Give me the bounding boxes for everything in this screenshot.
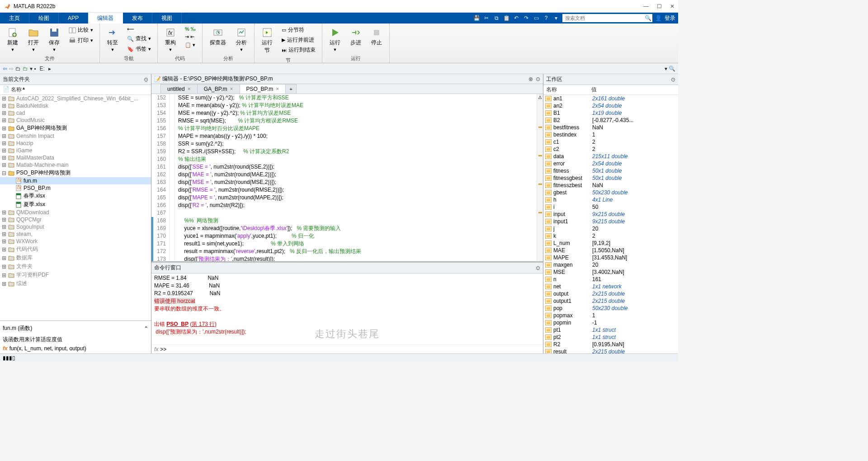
file-tree-item[interactable]: ⊞SogouInput [0,223,151,230]
workspace-var[interactable]: pop50x230 double [543,305,678,312]
tab-close-icon[interactable]: × [230,86,233,92]
workspace-var[interactable]: h4x1 Line [543,196,678,203]
file-tree-item[interactable]: ⊞文件夹 [0,262,151,271]
file-tree-item[interactable]: ⊞GA_BP神经网络预测 [0,124,151,132]
split-button[interactable]: ▭ 分节符 [280,25,317,35]
file-tree-item[interactable]: ⊞cad [0,109,151,117]
file-tree-item[interactable]: ⊞WXWork [0,238,151,245]
login-link[interactable]: 登录 [665,14,675,22]
workspace-var[interactable]: output2x215 double [543,290,678,297]
code-editor[interactable]: 1521531541551561571581591601611621631641… [151,94,543,261]
cmd-menu-icon[interactable]: ⊙ [536,265,540,271]
file-tree-item[interactable]: ⊞QQPCMgr [0,216,151,223]
code-pct-button[interactable]: % ‰ [183,25,198,33]
workspace-var[interactable]: popmax1 [543,312,678,319]
maximize-button[interactable]: ☐ [657,3,662,9]
run-section-button[interactable]: 运行 节 [259,25,275,56]
workspace-var[interactable]: MAE[1.5050,NaN] [543,247,678,254]
menu-tab-1[interactable]: 绘图 [29,13,59,24]
up-icon[interactable]: 🗀 [15,66,21,72]
workspace-var[interactable]: net1x1 network [543,283,678,290]
file-tree-item[interactable]: ⊞steam, [0,230,151,238]
command-window[interactable]: 走过街头巷尾 RMSE = 1.84 NaNMAPE = 31.46 NaNR2… [151,273,543,344]
details-collapse-icon[interactable]: ⌃ [144,325,148,332]
editor-tab[interactable]: untitled× [160,84,198,94]
workspace-var[interactable]: pt11x1 struct [543,326,678,334]
copy-icon[interactable]: ⧉ [493,14,500,22]
menu-tab-2[interactable]: APP [59,13,88,24]
menu-tab-4[interactable]: 发布 [123,13,152,24]
bookmark-button[interactable]: 🔖书签 ▾ [125,44,153,54]
workspace-var[interactable]: gbest50x230 double [543,189,678,196]
menu-tab-5[interactable]: 视图 [152,13,182,24]
editor-tab[interactable]: GA_BP.m× [197,84,240,94]
editor-menu-icon[interactable]: ⊙ [536,76,540,82]
indent-auto-button[interactable]: 📋 ▾ [183,41,198,49]
workspace-var[interactable]: error2x54 double [543,160,678,167]
workspace-var[interactable]: output12x215 double [543,297,678,305]
path-dropdown-icon[interactable]: ▾ 🔍 [665,66,675,72]
workspace-var[interactable]: data215x11 double [543,153,678,160]
workspace-var[interactable]: maxgen20 [543,261,678,268]
analyzer-button[interactable]: 探查器 [207,25,229,54]
file-tree-item[interactable]: ⊞Haozip [0,140,151,147]
warn-marker[interactable] [538,155,542,156]
ws-col-name[interactable]: 名称 [546,86,591,94]
save-button[interactable]: 保存▼ [46,25,62,54]
file-tree-item[interactable]: fxPSO_BP.m [0,184,151,192]
workspace-var[interactable]: MSE[3.4002,NaN] [543,268,678,276]
paste-icon[interactable]: 📋 [503,14,510,22]
workspace-var[interactable]: pt21x1 struct [543,334,678,341]
workspace-var[interactable]: fitnesszbestNaN [543,182,678,189]
warn-marker[interactable] [538,127,542,128]
workspace-var[interactable]: n161 [543,276,678,283]
workspace-var[interactable]: input9x215 double [543,211,678,218]
more-icon[interactable]: ▾ [552,14,560,22]
forward-icon[interactable]: ⇨ [9,66,14,72]
help-icon[interactable]: ? [542,14,550,22]
find-button[interactable]: 🔍查找 ▾ [125,34,153,43]
workspace-var[interactable]: B11x19 double [543,109,678,117]
file-tree-item[interactable]: ⊞iGame [0,147,151,154]
back-button[interactable]: ⟵ [125,25,153,33]
minimize-button[interactable]: — [643,3,649,9]
workspace-var[interactable]: bestindex1 [543,131,678,138]
workspace-var[interactable]: L_num[9,19,2] [543,240,678,247]
browse-icon[interactable]: 🗀 [23,66,28,72]
warn-marker[interactable] [538,183,542,185]
workspace-var[interactable]: fitnessgbest50x1 double [543,174,678,182]
cut-icon[interactable]: ✂ [483,14,490,22]
goto-button[interactable]: 转至▼ [104,25,121,54]
close-button[interactable]: ✕ [670,3,675,9]
warning-icon[interactable]: ⚠ [538,95,542,99]
file-tree-item[interactable]: ⊞学习资料PDF [0,271,151,279]
workspace-var[interactable]: MAPE[31.4553,NaN] [543,254,678,261]
file-tree-item[interactable]: ⊞AutoCAD_2022_Simplified_Chinese_Win_64b… [0,95,151,102]
menu-tab-3[interactable]: 编辑器 [88,13,123,24]
path-bar[interactable]: ⇦ ⇨ 🗀 🗀 ▾ ▪ E:▸ ▾ 🔍 [0,63,678,74]
undo-icon[interactable]: ↶ [513,14,520,22]
panel-menu-icon[interactable]: ⊙ [144,76,148,83]
workspace-var[interactable]: result2x215 double [543,348,678,353]
file-tree-item[interactable]: 夏季.xlsx [0,200,151,209]
file-tree-item[interactable]: ⊞代码代码 [0,245,151,254]
workspace-var[interactable]: j20 [543,225,678,232]
file-tree-item[interactable]: ⊞BaiduNetdisk [0,102,151,109]
workspace-var[interactable]: i50 [543,203,678,211]
workspace-var[interactable]: input19x215 double [543,218,678,225]
file-tree-item[interactable]: ⊞Genshin Impact [0,132,151,140]
workspace-var[interactable]: an22x54 double [543,102,678,109]
workspace-var[interactable]: c12 [543,138,678,146]
search-icon[interactable]: 🔍 [645,15,651,21]
open-button[interactable]: 打开▼ [25,25,42,54]
redo-icon[interactable]: ↷ [523,14,530,22]
layout-icon[interactable]: ▭ [533,14,540,22]
editor-tab[interactable]: PSO_BP.m× [240,84,286,94]
col-name[interactable]: 名称 [11,86,22,94]
tab-close-icon[interactable]: × [188,86,191,92]
workspace-var[interactable]: an12x161 double [543,95,678,102]
editor-close-icon[interactable]: ⊗ [528,76,533,82]
file-tree-item[interactable]: ⊞数据库 [0,254,151,262]
file-tree-item[interactable]: ⊞QMDownload [0,209,151,216]
file-tree-item[interactable]: fxfun.m [0,177,151,184]
